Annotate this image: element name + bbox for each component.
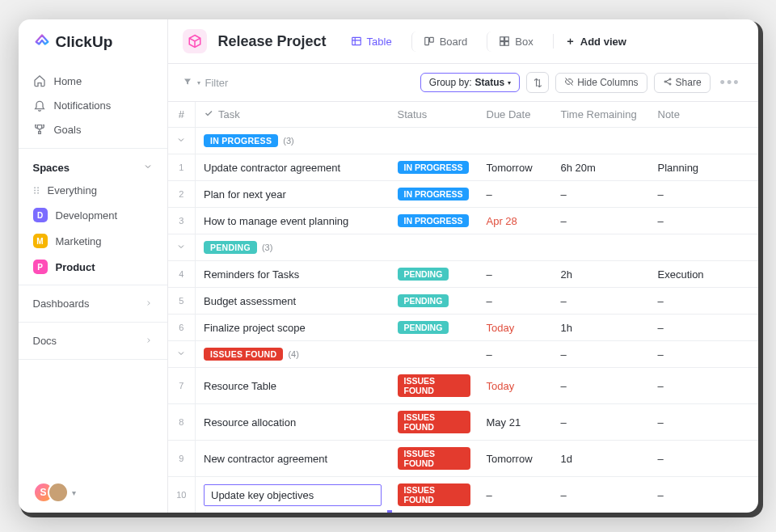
more-button[interactable]: •••	[717, 74, 744, 91]
due-cell[interactable]: –	[479, 261, 553, 288]
status-cell[interactable]: IN PROGRESS	[390, 208, 479, 234]
sidebar-item-marketing[interactable]: MMarketing	[19, 228, 167, 254]
status-cell[interactable]: ISSUES FOUND	[390, 477, 479, 513]
col-index[interactable]: #	[168, 102, 196, 128]
time-cell[interactable]: 1h	[553, 315, 650, 341]
status-cell[interactable]: PENDING	[390, 261, 479, 288]
chevron-down-icon[interactable]	[176, 243, 186, 253]
due-cell[interactable]: Apr 28	[479, 208, 553, 234]
spaces-header[interactable]: Spaces	[19, 154, 167, 179]
row-height-button[interactable]: ⇅	[526, 72, 549, 93]
task-cell[interactable]: Reminders for Tasks	[196, 261, 390, 288]
table-row[interactable]: 3 How to manage event planning IN PROGRE…	[168, 208, 758, 234]
task-cell[interactable]: Resource Table	[196, 368, 390, 404]
group-header-row[interactable]: PENDING(3)	[168, 234, 758, 261]
table-row[interactable]: 1 Update contractor agreement IN PROGRES…	[168, 154, 758, 181]
status-cell[interactable]: IN PROGRESS	[390, 181, 479, 208]
note-cell[interactable]: –	[650, 181, 758, 208]
view-box[interactable]: Box	[487, 32, 541, 52]
avatar[interactable]	[48, 482, 69, 503]
time-cell[interactable]: –	[553, 288, 650, 315]
note-cell[interactable]: –	[650, 441, 758, 477]
time-cell[interactable]: –	[553, 404, 650, 441]
task-cell[interactable]: New contractor agreement	[196, 441, 390, 477]
note-cell[interactable]: –	[650, 368, 758, 404]
chevron-down-icon[interactable]	[176, 350, 186, 360]
due-cell[interactable]: Today	[479, 315, 553, 341]
note-cell[interactable]: –	[650, 208, 758, 234]
add-view-button[interactable]: ＋ Add view	[553, 34, 626, 49]
time-cell[interactable]: 6h 20m	[553, 154, 650, 181]
nav-home[interactable]: Home	[19, 69, 167, 93]
sidebar-item-everything[interactable]: ⁝⁝ Everything	[19, 179, 167, 202]
status-cell[interactable]: IN PROGRESS	[390, 154, 479, 181]
note-cell[interactable]: –	[650, 477, 758, 513]
due-cell[interactable]: Tomorrow	[479, 154, 553, 181]
table-row[interactable]: 5 Budget assessment PENDING – – –	[168, 288, 758, 315]
table-row[interactable]: 10 Update key objectives ISSUES FOUND – …	[168, 477, 758, 513]
status-cell[interactable]: PENDING	[390, 315, 479, 341]
note-cell[interactable]: –	[650, 315, 758, 341]
col-note[interactable]: Note	[650, 102, 758, 128]
row-index: 4	[168, 261, 196, 288]
note-cell[interactable]: Planning	[650, 154, 758, 181]
table-row[interactable]: 9 New contractor agreement ISSUES FOUND …	[168, 441, 758, 477]
due-cell[interactable]: –	[479, 477, 553, 513]
note-cell[interactable]: Execution	[650, 261, 758, 288]
note-cell[interactable]: –	[650, 288, 758, 315]
hide-columns-button[interactable]: Hide Columns	[555, 73, 647, 93]
task-cell[interactable]: Resource allocation	[196, 404, 390, 441]
due-cell[interactable]: Today	[479, 368, 553, 404]
status-cell[interactable]: PENDING	[390, 288, 479, 315]
table-row[interactable]: 6 Finalize project scope PENDING Today 1…	[168, 315, 758, 341]
add-view-label: Add view	[580, 36, 626, 48]
task-cell[interactable]: Plan for next year	[196, 181, 390, 208]
nav-dashboards[interactable]: Dashboards	[19, 290, 167, 317]
due-cell[interactable]: –	[479, 288, 553, 315]
status-cell[interactable]: ISSUES FOUND	[390, 404, 479, 441]
status-cell[interactable]: ISSUES FOUND	[390, 441, 479, 477]
time-cell[interactable]: –	[553, 477, 650, 513]
group-header-row[interactable]: IN PROGRESS(3)	[168, 128, 758, 154]
table-row[interactable]: 4 Reminders for Tasks PENDING – 2h Execu…	[168, 261, 758, 288]
nav-goals[interactable]: Goals	[19, 117, 167, 141]
filter-button[interactable]: ▾ Filter	[183, 77, 229, 89]
table-row[interactable]: 8 Resource allocation ISSUES FOUND May 2…	[168, 404, 758, 441]
sidebar-item-development[interactable]: DDevelopment	[19, 202, 167, 228]
status-cell[interactable]: ISSUES FOUND	[390, 368, 479, 404]
time-cell[interactable]: –	[553, 181, 650, 208]
col-task[interactable]: Task	[196, 102, 390, 128]
share-button[interactable]: Share	[654, 73, 711, 93]
due-cell[interactable]: –	[479, 181, 553, 208]
due-cell[interactable]: May 21	[479, 404, 553, 441]
nav-notifications[interactable]: Notifications	[19, 93, 167, 117]
col-time[interactable]: Time Remaining	[553, 102, 650, 128]
table-row[interactable]: 2 Plan for next year IN PROGRESS – – –	[168, 181, 758, 208]
task-cell[interactable]: Budget assessment	[196, 288, 390, 315]
time-cell[interactable]: 1d	[553, 441, 650, 477]
due-cell[interactable]: Tomorrow	[479, 441, 553, 477]
task-table-wrapper[interactable]: # Task Status Due Date Time Remaining No…	[168, 102, 758, 513]
table-row[interactable]: 7 Resource Table ISSUES FOUND Today – –	[168, 368, 758, 404]
group-header-row[interactable]: ISSUES FOUND(4) – – –	[168, 341, 758, 368]
time-cell[interactable]: –	[553, 368, 650, 404]
col-status[interactable]: Status	[390, 102, 479, 128]
view-board[interactable]: Board	[411, 32, 476, 52]
svg-point-8	[669, 78, 671, 80]
time-cell[interactable]: –	[553, 208, 650, 234]
task-cell[interactable]: Update key objectives	[196, 477, 390, 513]
view-table[interactable]: Table	[343, 32, 400, 52]
note-cell[interactable]: –	[650, 404, 758, 441]
time-cell[interactable]: 2h	[553, 261, 650, 288]
task-cell[interactable]: Update contractor agreement	[196, 154, 390, 181]
chevron-down-icon[interactable]	[176, 137, 186, 146]
toolbar: ▾ Filter Group by: Status ▾ ⇅ Hide Colum…	[168, 64, 758, 102]
col-due[interactable]: Due Date	[479, 102, 553, 128]
brand-logo[interactable]: ClickUp	[19, 31, 167, 67]
nav-docs[interactable]: Docs	[19, 327, 167, 354]
user-avatars[interactable]: S ▾	[19, 472, 167, 513]
task-cell[interactable]: Finalize project scope	[196, 315, 390, 341]
sidebar-item-product[interactable]: PProduct	[19, 254, 167, 280]
group-by-selector[interactable]: Group by: Status ▾	[420, 73, 520, 92]
task-cell[interactable]: How to manage event planning	[196, 208, 390, 234]
